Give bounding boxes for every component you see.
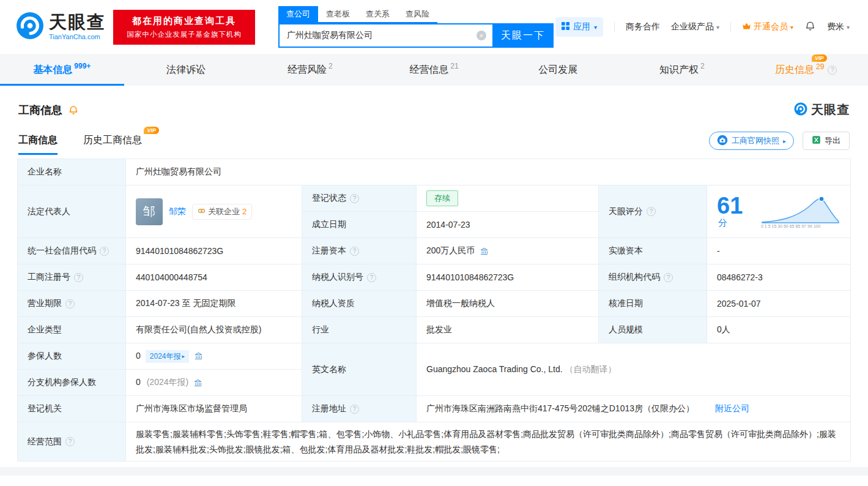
tab-operating-info[interactable]: 经营信息 21 — [372, 54, 496, 86]
tab-history-info[interactable]: 历史信息 VIP 29 ? — [744, 54, 868, 86]
promo-line1: 都在用的商业查询工具 — [119, 15, 249, 27]
search-button[interactable]: 天眼一下 — [492, 23, 554, 48]
business-info-table: 企业名称 广州灶咖贸易有限公司 法定代表人 邹 邹荣 关联企业 2 登记状态? … — [17, 159, 851, 462]
branch-insured-history-icon[interactable] — [193, 378, 202, 387]
table-row: 经营范围? 服装零售;服装辅料零售;头饰零售;鞋零售;帽零售;箱、包零售;小饰物… — [18, 422, 851, 462]
field-label: 行业 — [312, 324, 329, 335]
help-icon[interactable]: ? — [828, 65, 837, 75]
legal-rep-name-link[interactable]: 邹荣 — [169, 206, 186, 217]
tab-legal-proceedings[interactable]: 法律诉讼 — [124, 54, 248, 86]
field-label: 登记机关 — [28, 403, 62, 414]
business-cooperation-link[interactable]: 商务合作 — [626, 21, 660, 32]
search-input-wrap: × — [278, 23, 492, 48]
search-input[interactable] — [280, 31, 477, 40]
staff-size-value: 0人 — [717, 324, 730, 334]
snapshot-camera-icon — [717, 135, 728, 148]
search-tab-risk[interactable]: 查风险 — [398, 6, 437, 22]
tab-company-development[interactable]: 公司发展 — [496, 54, 620, 86]
brand-domain: TianYanCha.com — [49, 33, 106, 40]
enterprise-products-menu[interactable]: 企业级产品 ▾ — [671, 21, 719, 32]
auto-translate-note: （自动翻译） — [565, 364, 616, 374]
table-row: 营业期限? 2014-07-23 至 无固定期限 纳税人资质 增值税一般纳税人 … — [18, 291, 851, 317]
taxpayer-id-value: 91440101084862723G — [426, 272, 514, 282]
branch-insured-count-value: 0 — [136, 377, 141, 387]
tab-basic-info[interactable]: 基本信息 999+ — [0, 54, 124, 86]
help-icon[interactable]: ? — [65, 437, 75, 446]
field-label: 参保人数 — [28, 351, 62, 362]
field-label: 企业名称 — [28, 166, 62, 178]
help-icon[interactable]: ? — [350, 247, 359, 256]
field-label: 登记状态 — [312, 193, 346, 204]
company-nav-tabs: 基本信息 999+ 法律诉讼 经营风险 2 经营信息 21 公司发展 知识产权 … — [0, 54, 868, 86]
credit-code-value: 91440101084862723G — [136, 246, 223, 256]
taxpayer-quality-value: 增值税一般纳税人 — [426, 298, 495, 308]
help-icon[interactable]: ? — [100, 247, 109, 256]
subtab-history-business-info[interactable]: 历史工商信息 VIP — [83, 134, 142, 155]
export-button[interactable]: 导出 — [803, 132, 850, 150]
open-vip-menu[interactable]: 开通会员 ▾ — [742, 21, 793, 32]
insured-history-icon[interactable] — [194, 351, 203, 361]
promo-banner: 都在用的商业查询工具 国家中小企业发展子基金旗下机构 — [113, 10, 255, 45]
tianyan-score[interactable]: 61分 0 1 5 15 30 50 65 85 97 99 100 — [717, 194, 840, 229]
field-label: 经营范围 — [28, 436, 62, 447]
capital-history-icon[interactable] — [480, 247, 489, 256]
company-name-value: 广州灶咖贸易有限公司 — [136, 166, 221, 176]
user-menu[interactable]: 费米 ▾ — [827, 21, 850, 32]
search-tab-company[interactable]: 查公司 — [278, 6, 318, 22]
apps-grid-icon — [562, 22, 569, 32]
nearby-companies-link[interactable]: 附近公司 — [715, 403, 749, 414]
search-tab-relation[interactable]: 查关系 — [358, 6, 398, 22]
help-icon[interactable]: ? — [65, 299, 75, 308]
watermark-brand-name: 天眼查 — [811, 102, 850, 118]
insured-count-value: 0 — [136, 351, 141, 361]
caret-down-icon: ▾ — [790, 24, 793, 31]
field-label: 实缴资本 — [609, 245, 643, 256]
divider — [614, 22, 615, 32]
divider — [730, 22, 731, 32]
legal-rep-avatar[interactable]: 邹 — [136, 198, 163, 225]
sub-tabs-row: 工商信息 历史工商信息 VIP 工商官网快照 ▸ 导出 — [18, 132, 850, 155]
help-icon[interactable]: ? — [664, 273, 673, 282]
brand-name: 天眼查 — [49, 13, 106, 31]
subtab-business-info[interactable]: 工商信息 — [18, 134, 57, 155]
caret-down-icon: ▾ — [847, 24, 850, 31]
field-label: 分支机构参保人数 — [28, 377, 96, 388]
chevron-right-icon: ▸ — [783, 138, 786, 144]
field-label: 统一社会信用代码 — [28, 245, 96, 256]
search-type-tabs: 查公司 查老板 查关系 查风险 — [278, 6, 437, 23]
help-icon[interactable]: ? — [350, 405, 359, 414]
vip-badge: VIP — [812, 54, 827, 62]
annual-report-badge[interactable]: 2024年报▸ — [146, 350, 189, 363]
subscribe-bell-icon[interactable] — [68, 105, 79, 116]
help-icon[interactable]: ? — [350, 194, 359, 203]
search-block: 查公司 查老板 查关系 查风险 × 天眼一下 — [278, 6, 554, 48]
notification-bell-icon[interactable] — [804, 20, 816, 34]
score-unit: 分 — [718, 217, 727, 228]
chevron-right-icon: ▸ — [182, 353, 185, 359]
tab-intellectual-property[interactable]: 知识产权 2 — [620, 54, 744, 86]
apps-label: 应用 — [573, 21, 590, 32]
tab-operating-risk[interactable]: 经营风险 2 — [248, 54, 372, 86]
field-label: 纳税人识别号 — [312, 272, 363, 283]
search-tab-boss[interactable]: 查老板 — [318, 6, 358, 22]
tianyancha-logo[interactable]: 天眼查 TianYanCha.com — [16, 12, 106, 42]
field-label: 法定代表人 — [28, 206, 70, 217]
help-icon[interactable]: ? — [647, 207, 656, 216]
field-label: 核准日期 — [609, 298, 643, 309]
reg-address-value: 广州市海珠区南洲路南燕中街417-475号202铺之D1013房（仅限办公） — [426, 403, 694, 414]
vip-badge: VIP — [144, 127, 159, 134]
field-label: 注册地址 — [312, 403, 346, 414]
help-icon[interactable]: ? — [74, 273, 83, 282]
page-background-strip — [0, 467, 868, 476]
related-companies-badge[interactable]: 关联企业 2 — [192, 204, 252, 220]
status-badge: 存续 — [426, 190, 458, 206]
tianyancha-logo-icon — [794, 102, 807, 118]
business-scope-value: 服装零售;服装辅料零售;头饰零售;鞋零售;帽零售;箱、包零售;小饰物、小礼品零售… — [136, 429, 836, 454]
official-snapshot-button[interactable]: 工商官网快照 ▸ — [709, 132, 794, 150]
business-term-value: 2014-07-23 至 无固定期限 — [136, 298, 236, 308]
clear-search-icon[interactable]: × — [477, 31, 486, 40]
apps-menu[interactable]: 应用 ▾ — [555, 17, 603, 37]
help-icon[interactable]: ? — [367, 273, 376, 282]
watermark-logo: 天眼查 — [794, 102, 850, 118]
field-label: 营业期限 — [28, 298, 62, 309]
